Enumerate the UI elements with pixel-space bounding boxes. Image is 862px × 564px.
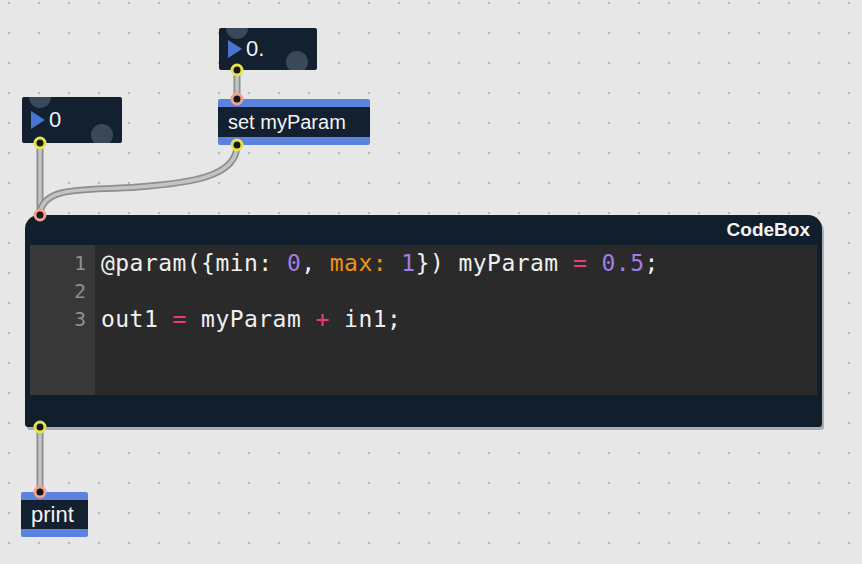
inlet-port-codebox[interactable] — [34, 209, 47, 222]
inlet-port-print[interactable] — [34, 486, 47, 499]
print-label: print — [21, 502, 74, 528]
outlet-port-number-float[interactable] — [231, 64, 244, 77]
number-triangle-icon — [228, 40, 242, 58]
code-lines: 1@param({min: 0, max: 1}) myParam = 0.5;… — [30, 249, 817, 333]
number-triangle-icon — [31, 111, 45, 129]
message-box-set-myparam[interactable]: set myParam — [218, 99, 370, 145]
inlet-hint — [226, 28, 248, 39]
message-label: set myParam — [218, 111, 346, 134]
code-text — [95, 277, 101, 305]
inlet-hint — [29, 97, 51, 108]
outlet-hint — [91, 124, 113, 143]
patcher-canvas[interactable]: { "canvas": { "background_color": "#e7e7… — [0, 0, 862, 564]
codebox-title: CodeBox — [727, 215, 810, 245]
code-line[interactable]: 2 — [30, 277, 817, 305]
print-object[interactable]: print — [21, 492, 88, 537]
codebox-object[interactable]: CodeBox 1@param({min: 0, max: 1}) myPara… — [25, 215, 822, 427]
line-number: 2 — [30, 277, 95, 305]
code-line[interactable]: 3out1 = myParam + in1; — [30, 305, 817, 333]
number-value[interactable]: 0 — [49, 107, 61, 133]
code-text: out1 = myParam + in1; — [95, 305, 401, 333]
outlet-port-message[interactable] — [231, 139, 244, 152]
outlet-port-number-int[interactable] — [34, 137, 47, 150]
line-number: 1 — [30, 249, 95, 277]
outlet-hint — [286, 51, 308, 70]
codebox-editor[interactable]: 1@param({min: 0, max: 1}) myParam = 0.5;… — [30, 245, 817, 395]
number-value[interactable]: 0. — [246, 36, 264, 62]
code-line[interactable]: 1@param({min: 0, max: 1}) myParam = 0.5; — [30, 249, 817, 277]
patch-cord[interactable] — [40, 145, 237, 213]
inlet-port-message[interactable] — [231, 93, 244, 106]
outlet-port-codebox[interactable] — [34, 421, 47, 434]
line-number: 3 — [30, 305, 95, 333]
code-text: @param({min: 0, max: 1}) myParam = 0.5; — [95, 249, 659, 277]
